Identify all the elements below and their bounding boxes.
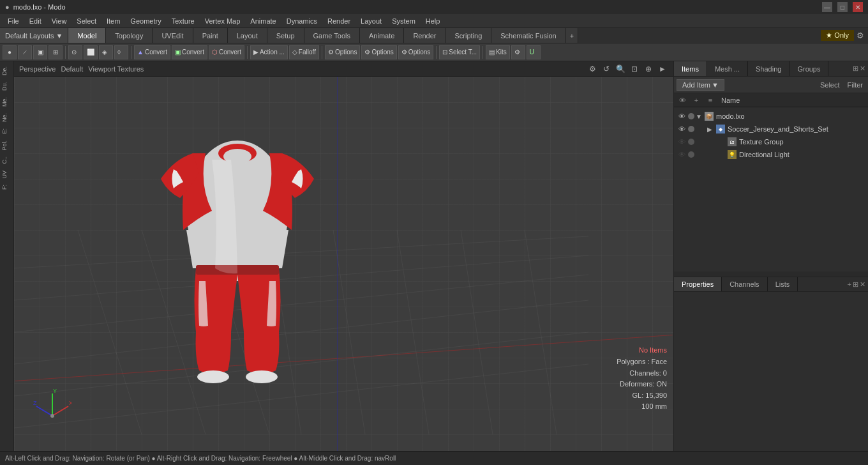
items-filter-button[interactable]: Filter [845,81,865,89]
menu-edit[interactable]: Edit [24,16,47,26]
panel-tab-mesh[interactable]: Mesh ... [707,61,748,76]
options-sel-button[interactable]: ⚙ Options [325,45,360,59]
tab-add-button[interactable]: + [566,28,578,43]
convert-tris-button[interactable]: ▲ Convert [134,45,170,59]
tab-topology[interactable]: Topology [106,28,153,43]
kits-button[interactable]: ▤ Kits [486,45,510,59]
menu-render[interactable]: Render [322,16,355,26]
close-button[interactable]: ✕ [853,2,863,12]
options-list-icon[interactable]: ≡ [705,95,716,106]
menu-item[interactable]: Item [101,16,125,26]
sidebar-mes-button[interactable]: Me. [1,95,13,109]
tree-item-modo-lxo[interactable]: 👁 ▼ 📦 modo.lxo [674,110,868,123]
menu-vertex-map[interactable]: Vertex Map [200,16,246,26]
vp-rotate-button[interactable]: ↺ [601,63,612,75]
only-button[interactable]: ★ Only [821,30,854,41]
panel-expand-button[interactable]: ⊞ [853,65,858,73]
bottom-tab-lists[interactable]: Lists [768,277,798,291]
convert-mesh-button[interactable]: ⬡ Convert [209,45,244,59]
falloff-button[interactable]: ◇ Falloff [289,45,319,59]
vp-settings-button[interactable]: ⚙ [587,63,598,75]
tab-setup[interactable]: Setup [267,28,304,43]
bottom-close-button[interactable]: ✕ [860,280,865,289]
menu-help[interactable]: Help [421,16,445,26]
extra-u-button[interactable]: U [527,45,541,59]
poly-mode-button[interactable]: ▣ [33,45,47,59]
eye-icon-modo[interactable]: 👁 [677,111,687,121]
panel-tab-groups[interactable]: Groups [789,61,828,76]
sidebar-e-button[interactable]: E: [1,126,13,137]
tab-model[interactable]: Model [68,28,106,43]
sidebar-uv-button[interactable]: UV [1,168,13,181]
sidebar-f-button[interactable]: F: [1,182,13,192]
sidebar-c-button[interactable]: C.. [1,154,13,167]
bottom-add-button[interactable]: + [848,280,851,288]
menu-system[interactable]: System [387,16,421,26]
workplane-button[interactable]: ⬜ [84,45,98,59]
tab-uvedit[interactable]: UVEdit [153,28,193,43]
edge-mode-button[interactable]: ⟋ [18,45,32,59]
expand-arrow-modo[interactable]: ▼ [696,113,703,120]
bottom-expand-button[interactable]: ⊞ [853,280,858,289]
tab-paint[interactable]: Paint [193,28,228,43]
sidebar-pol-button[interactable]: Pol. [1,138,13,153]
snap-button[interactable]: ⊙ [68,45,82,59]
menu-geometry[interactable]: Geometry [125,16,166,26]
minimize-button[interactable]: — [822,2,832,12]
tab-layout[interactable]: Layout [228,28,267,43]
menu-view[interactable]: View [47,16,72,26]
viewport[interactable]: Perspective Default Viewport Textures ⚙ … [14,61,673,451]
panel-tab-shading[interactable]: Shading [748,61,789,76]
menu-layout[interactable]: Layout [355,16,387,26]
add-item-button[interactable]: Add Item ▼ [677,79,724,91]
menu-dynamics[interactable]: Dynamics [281,16,322,26]
options-main-button[interactable]: ⚙ Options [398,45,433,59]
vp-expand-button[interactable]: ⊕ [643,63,654,75]
tab-render[interactable]: Render [404,28,445,43]
tree-item-soccer-jersey[interactable]: 👁 ▶ ◆ Soccer_Jersey_and_Shorts_Set [674,123,868,135]
maximize-button[interactable]: □ [837,2,848,12]
panel-tab-items[interactable]: Items [674,61,707,76]
layout-settings-button[interactable]: ⚙ [857,31,864,40]
bottom-tab-properties[interactable]: Properties [674,277,722,291]
options-sym-button[interactable]: ⚙ Options [361,45,396,59]
tree-item-dir-light[interactable]: 👁 💡 Directional Light [674,148,868,161]
expand-arrow-jersey[interactable]: ▶ [707,126,715,133]
tab-animate[interactable]: Animate [360,28,404,43]
select-tool-icon: ⊡ [442,49,447,56]
convert-quads-button[interactable]: ▣ Convert [172,45,207,59]
bottom-tab-channels[interactable]: Channels [722,277,767,291]
vp-zoom-button[interactable]: 🔍 [615,63,626,75]
items-tree[interactable]: 👁 ▼ 📦 modo.lxo 👁 ▶ ◆ Soccer_Jersey_and_S… [674,107,868,271]
items-scrollbar[interactable] [674,271,868,277]
items-select-button[interactable]: Select [818,81,842,89]
layout-selector[interactable]: Default Layouts ▼ [0,28,68,43]
vert-mode-button[interactable]: ● [3,45,17,59]
tree-item-texture-group[interactable]: 👁 🗂 Texture Group [674,135,868,148]
visibility-column-icon[interactable]: 👁 [677,95,688,106]
tab-scripting[interactable]: Scripting [445,28,491,43]
sidebar-dup-button[interactable]: Du. [1,79,13,93]
viewport-canvas[interactable]: No Items Polygons : Face Channels: 0 Def… [14,77,673,451]
add-list-icon[interactable]: + [691,95,702,106]
svg-line-6 [78,230,142,434]
panel-close-button[interactable]: ✕ [860,65,865,73]
menu-texture[interactable]: Texture [167,16,200,26]
menu-file[interactable]: File [3,16,24,26]
menu-animate[interactable]: Animate [245,16,281,26]
action-button[interactable]: ▶ Action ... [250,45,288,59]
tab-schematic-fusion[interactable]: Schematic Fusion [491,28,565,43]
vp-frame-button[interactable]: ⊡ [629,63,640,75]
menu-select[interactable]: Select [71,16,101,26]
eye-icon-jersey[interactable]: 👁 [677,124,687,134]
tab-game-tools[interactable]: Game Tools [304,28,361,43]
extra-settings-button[interactable]: ⚙ [511,45,525,59]
sidebar-de-button[interactable]: De. [1,64,13,78]
falloff-btn2[interactable]: ◊ [114,45,128,59]
vp-play-button[interactable]: ► [657,63,668,75]
item-mode-button[interactable]: ⊞ [49,45,63,59]
symmetry-button[interactable]: ◈ [99,45,113,59]
select-tool-button[interactable]: ⊡ Select T... [439,45,480,59]
sidebar-ne-button[interactable]: Ne. [1,111,13,125]
item-name-light: Directional Light [739,151,789,158]
